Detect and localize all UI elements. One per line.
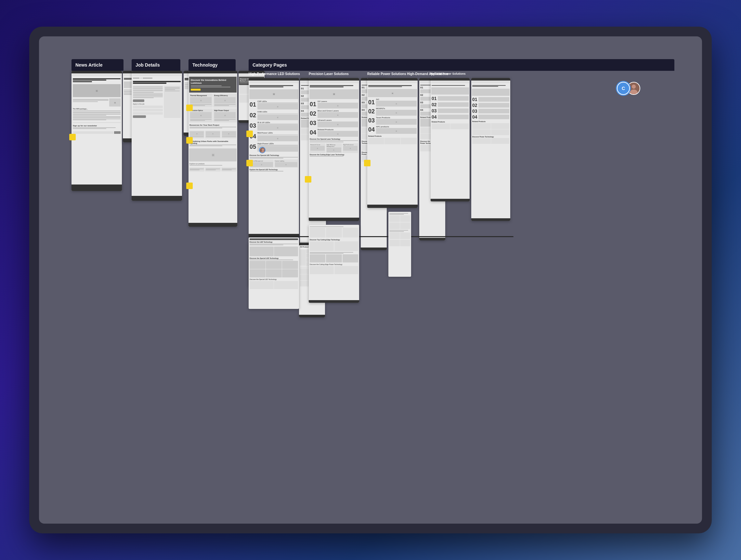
svg-point-1 [632, 84, 636, 89]
collaborator-avatars: C [619, 82, 640, 95]
additional-category-card-1[interactable]: 01 02 03 04 Related Products [430, 78, 470, 202]
power-category-card-main[interactable]: ▣ 01 SiC ▣ 02 MOSFETs ▣ [367, 78, 418, 208]
canvas-area[interactable]: News Article ▣ [39, 36, 702, 524]
news-article-label: News Article [75, 62, 103, 68]
led-extended-card[interactable]: Discover the LED Technology Discover the… [249, 237, 299, 309]
svg-point-4 [262, 148, 264, 151]
news-article-section-bar: News Article [71, 59, 124, 71]
sticky-note-tech-1 [186, 104, 193, 111]
category-label: Category Pages [253, 62, 287, 68]
col4-section-header: Reliable Power Solutions [430, 71, 466, 77]
additional-category-card-2[interactable]: 01 02 03 04 Related Products [471, 78, 510, 221]
avatar-c: C [617, 82, 630, 95]
led-category-card-main[interactable]: ▣ 01 CSP LEDs ▣ 02 COB [249, 78, 299, 237]
news-article-card-main[interactable]: ▣ ▣ The NFN package... [71, 71, 122, 191]
technology-card-main[interactable]: Discover the Innovations Behind Luminous… [189, 71, 237, 227]
sticky-note-cat-4 [364, 160, 370, 166]
sticky-note-tech-3 [186, 182, 193, 189]
job-details-card[interactable]: Apply to this job [132, 71, 182, 201]
section-divider [249, 236, 514, 237]
category-section-bar: Category Pages [249, 59, 674, 71]
technology-label: Technology [192, 62, 218, 68]
laptop-frame: News Article ▣ [29, 27, 712, 533]
power-extended-scroll[interactable] [388, 212, 411, 277]
sticky-note-cat-3 [305, 176, 311, 182]
sticky-note-tech-2 [186, 137, 193, 144]
sticky-note-cat-2 [246, 160, 253, 166]
job-details-label: Job Details [136, 62, 160, 68]
job-details-section-bar: Job Details [132, 59, 180, 71]
laser-category-card-main[interactable]: ▣ 01 UV Lasers ▣ 02 Blue and Green Laser… [309, 78, 359, 221]
sticky-note-cat-1 [246, 131, 253, 137]
sticky-note-news [69, 134, 76, 140]
laser-section-header: Precision Laser Solutions [309, 71, 349, 77]
technology-section-bar: Technology [189, 59, 235, 71]
laser-extended-card[interactable]: Discover Top Cutting-Edge Technology Dis… [309, 225, 359, 303]
led-section-header: High-Performance LED Solutions [249, 71, 300, 77]
